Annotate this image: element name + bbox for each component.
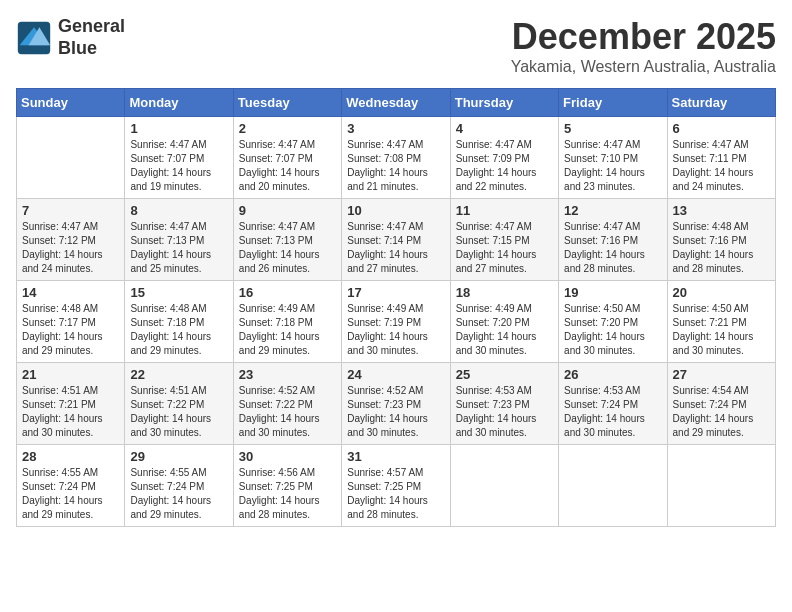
calendar-cell: 5Sunrise: 4:47 AM Sunset: 7:10 PM Daylig…	[559, 117, 667, 199]
week-row-4: 21Sunrise: 4:51 AM Sunset: 7:21 PM Dayli…	[17, 363, 776, 445]
day-info: Sunrise: 4:54 AM Sunset: 7:24 PM Dayligh…	[673, 384, 770, 440]
calendar-cell: 12Sunrise: 4:47 AM Sunset: 7:16 PM Dayli…	[559, 199, 667, 281]
day-number: 31	[347, 449, 444, 464]
day-number: 9	[239, 203, 336, 218]
calendar-cell: 19Sunrise: 4:50 AM Sunset: 7:20 PM Dayli…	[559, 281, 667, 363]
day-info: Sunrise: 4:57 AM Sunset: 7:25 PM Dayligh…	[347, 466, 444, 522]
day-info: Sunrise: 4:48 AM Sunset: 7:17 PM Dayligh…	[22, 302, 119, 358]
day-number: 8	[130, 203, 227, 218]
weekday-header-friday: Friday	[559, 89, 667, 117]
day-info: Sunrise: 4:49 AM Sunset: 7:19 PM Dayligh…	[347, 302, 444, 358]
day-number: 27	[673, 367, 770, 382]
weekday-header-row: SundayMondayTuesdayWednesdayThursdayFrid…	[17, 89, 776, 117]
day-info: Sunrise: 4:47 AM Sunset: 7:07 PM Dayligh…	[130, 138, 227, 194]
calendar-cell: 14Sunrise: 4:48 AM Sunset: 7:17 PM Dayli…	[17, 281, 125, 363]
calendar-cell: 7Sunrise: 4:47 AM Sunset: 7:12 PM Daylig…	[17, 199, 125, 281]
week-row-5: 28Sunrise: 4:55 AM Sunset: 7:24 PM Dayli…	[17, 445, 776, 527]
weekday-header-thursday: Thursday	[450, 89, 558, 117]
calendar-cell: 2Sunrise: 4:47 AM Sunset: 7:07 PM Daylig…	[233, 117, 341, 199]
calendar-cell: 17Sunrise: 4:49 AM Sunset: 7:19 PM Dayli…	[342, 281, 450, 363]
day-info: Sunrise: 4:53 AM Sunset: 7:24 PM Dayligh…	[564, 384, 661, 440]
day-info: Sunrise: 4:47 AM Sunset: 7:15 PM Dayligh…	[456, 220, 553, 276]
day-number: 30	[239, 449, 336, 464]
day-number: 3	[347, 121, 444, 136]
calendar-cell: 15Sunrise: 4:48 AM Sunset: 7:18 PM Dayli…	[125, 281, 233, 363]
day-number: 17	[347, 285, 444, 300]
day-info: Sunrise: 4:53 AM Sunset: 7:23 PM Dayligh…	[456, 384, 553, 440]
calendar-cell	[559, 445, 667, 527]
page-header: General Blue December 2025 Yakamia, West…	[16, 16, 776, 76]
day-info: Sunrise: 4:47 AM Sunset: 7:07 PM Dayligh…	[239, 138, 336, 194]
week-row-3: 14Sunrise: 4:48 AM Sunset: 7:17 PM Dayli…	[17, 281, 776, 363]
day-info: Sunrise: 4:47 AM Sunset: 7:16 PM Dayligh…	[564, 220, 661, 276]
day-info: Sunrise: 4:50 AM Sunset: 7:21 PM Dayligh…	[673, 302, 770, 358]
day-number: 28	[22, 449, 119, 464]
day-info: Sunrise: 4:47 AM Sunset: 7:13 PM Dayligh…	[130, 220, 227, 276]
day-number: 6	[673, 121, 770, 136]
calendar-cell: 27Sunrise: 4:54 AM Sunset: 7:24 PM Dayli…	[667, 363, 775, 445]
day-info: Sunrise: 4:48 AM Sunset: 7:16 PM Dayligh…	[673, 220, 770, 276]
day-number: 18	[456, 285, 553, 300]
weekday-header-saturday: Saturday	[667, 89, 775, 117]
day-number: 21	[22, 367, 119, 382]
logo-text: General Blue	[58, 16, 125, 59]
calendar-cell: 25Sunrise: 4:53 AM Sunset: 7:23 PM Dayli…	[450, 363, 558, 445]
calendar-cell	[667, 445, 775, 527]
day-number: 26	[564, 367, 661, 382]
calendar-cell: 21Sunrise: 4:51 AM Sunset: 7:21 PM Dayli…	[17, 363, 125, 445]
title-area: December 2025 Yakamia, Western Australia…	[511, 16, 776, 76]
day-number: 29	[130, 449, 227, 464]
calendar-cell: 4Sunrise: 4:47 AM Sunset: 7:09 PM Daylig…	[450, 117, 558, 199]
day-info: Sunrise: 4:51 AM Sunset: 7:22 PM Dayligh…	[130, 384, 227, 440]
calendar-cell: 8Sunrise: 4:47 AM Sunset: 7:13 PM Daylig…	[125, 199, 233, 281]
day-number: 1	[130, 121, 227, 136]
calendar-cell: 6Sunrise: 4:47 AM Sunset: 7:11 PM Daylig…	[667, 117, 775, 199]
logo-icon	[16, 20, 52, 56]
day-info: Sunrise: 4:55 AM Sunset: 7:24 PM Dayligh…	[130, 466, 227, 522]
calendar-cell: 30Sunrise: 4:56 AM Sunset: 7:25 PM Dayli…	[233, 445, 341, 527]
calendar-cell	[17, 117, 125, 199]
day-info: Sunrise: 4:52 AM Sunset: 7:23 PM Dayligh…	[347, 384, 444, 440]
day-number: 4	[456, 121, 553, 136]
weekday-header-tuesday: Tuesday	[233, 89, 341, 117]
calendar-cell: 16Sunrise: 4:49 AM Sunset: 7:18 PM Dayli…	[233, 281, 341, 363]
day-info: Sunrise: 4:47 AM Sunset: 7:08 PM Dayligh…	[347, 138, 444, 194]
calendar-cell: 10Sunrise: 4:47 AM Sunset: 7:14 PM Dayli…	[342, 199, 450, 281]
day-number: 5	[564, 121, 661, 136]
day-number: 22	[130, 367, 227, 382]
day-number: 2	[239, 121, 336, 136]
calendar-cell: 9Sunrise: 4:47 AM Sunset: 7:13 PM Daylig…	[233, 199, 341, 281]
logo: General Blue	[16, 16, 125, 59]
month-title: December 2025	[511, 16, 776, 58]
day-number: 10	[347, 203, 444, 218]
calendar-cell: 23Sunrise: 4:52 AM Sunset: 7:22 PM Dayli…	[233, 363, 341, 445]
calendar-cell: 26Sunrise: 4:53 AM Sunset: 7:24 PM Dayli…	[559, 363, 667, 445]
day-info: Sunrise: 4:47 AM Sunset: 7:14 PM Dayligh…	[347, 220, 444, 276]
calendar-cell: 18Sunrise: 4:49 AM Sunset: 7:20 PM Dayli…	[450, 281, 558, 363]
day-number: 15	[130, 285, 227, 300]
calendar-cell: 24Sunrise: 4:52 AM Sunset: 7:23 PM Dayli…	[342, 363, 450, 445]
logo-line1: General	[58, 16, 125, 38]
day-info: Sunrise: 4:52 AM Sunset: 7:22 PM Dayligh…	[239, 384, 336, 440]
day-number: 14	[22, 285, 119, 300]
calendar-cell: 29Sunrise: 4:55 AM Sunset: 7:24 PM Dayli…	[125, 445, 233, 527]
day-number: 24	[347, 367, 444, 382]
day-info: Sunrise: 4:47 AM Sunset: 7:11 PM Dayligh…	[673, 138, 770, 194]
day-number: 12	[564, 203, 661, 218]
day-number: 25	[456, 367, 553, 382]
day-number: 16	[239, 285, 336, 300]
calendar-cell: 1Sunrise: 4:47 AM Sunset: 7:07 PM Daylig…	[125, 117, 233, 199]
day-info: Sunrise: 4:51 AM Sunset: 7:21 PM Dayligh…	[22, 384, 119, 440]
week-row-1: 1Sunrise: 4:47 AM Sunset: 7:07 PM Daylig…	[17, 117, 776, 199]
calendar-cell	[450, 445, 558, 527]
day-number: 23	[239, 367, 336, 382]
calendar-cell: 11Sunrise: 4:47 AM Sunset: 7:15 PM Dayli…	[450, 199, 558, 281]
day-number: 11	[456, 203, 553, 218]
week-row-2: 7Sunrise: 4:47 AM Sunset: 7:12 PM Daylig…	[17, 199, 776, 281]
logo-line2: Blue	[58, 38, 125, 60]
day-info: Sunrise: 4:47 AM Sunset: 7:10 PM Dayligh…	[564, 138, 661, 194]
day-number: 19	[564, 285, 661, 300]
calendar-table: SundayMondayTuesdayWednesdayThursdayFrid…	[16, 88, 776, 527]
day-info: Sunrise: 4:56 AM Sunset: 7:25 PM Dayligh…	[239, 466, 336, 522]
calendar-cell: 28Sunrise: 4:55 AM Sunset: 7:24 PM Dayli…	[17, 445, 125, 527]
